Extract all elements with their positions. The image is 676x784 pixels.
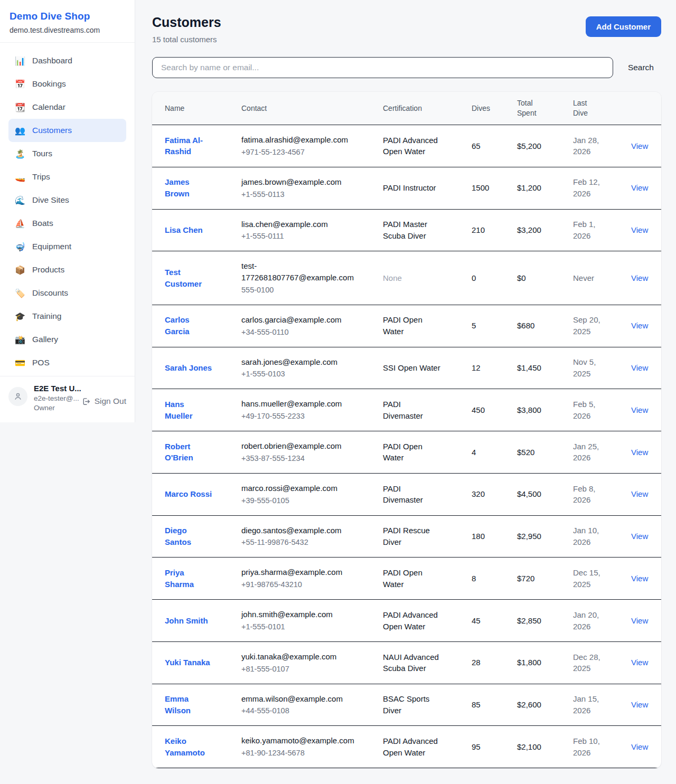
customer-name-link[interactable]: Emma Wilson — [165, 694, 191, 715]
dives-count: 180 — [472, 532, 485, 541]
last-dive-date: Jan 15, 2026 — [573, 694, 599, 715]
customer-name-link[interactable]: Fatima Al-Rashid — [165, 136, 203, 156]
total-spent: $3,200 — [517, 225, 541, 234]
certification: PADI Divemaster — [383, 484, 423, 505]
view-link[interactable]: View — [631, 574, 648, 583]
customer-email: marco.rossi@example.com — [241, 483, 364, 494]
dives-count: 45 — [472, 616, 481, 625]
customers-table-card: Name Contact Certification Dives Total S… — [152, 92, 661, 768]
customer-name-link[interactable]: Robert O'Brien — [165, 442, 193, 462]
customer-name-link[interactable]: James Brown — [165, 177, 190, 198]
sidebar-nav-item[interactable]: 💳 POS — [8, 351, 126, 374]
view-link[interactable]: View — [631, 448, 648, 457]
customer-email: priya.sharma@example.com — [241, 566, 364, 578]
customer-name-link[interactable]: Lisa Chen — [165, 225, 203, 234]
sidebar-nav-item[interactable]: 🏝️ Tours — [8, 142, 126, 165]
customer-phone: +39-555-0105 — [241, 495, 364, 506]
sidebar-nav-item[interactable]: 🤿 Equipment — [8, 235, 126, 258]
customer-name-link[interactable]: Sarah Jones — [165, 363, 212, 372]
sidebar-item-label: Discounts — [32, 288, 68, 298]
view-link[interactable]: View — [631, 489, 648, 498]
customer-name-link[interactable]: Priya Sharma — [165, 568, 194, 589]
certification: PADI Advanced Open Water — [383, 136, 438, 156]
last-dive-date: Feb 8, 2026 — [573, 484, 596, 505]
customer-phone: +44-555-0108 — [241, 705, 364, 716]
column-header-last-dive: Last Dive — [560, 92, 618, 125]
table-row: Lisa Chen lisa.chen@example.com +1-555-0… — [152, 209, 661, 251]
total-spent: $2,950 — [517, 532, 541, 541]
sidebar-nav-item[interactable]: 🎓 Training — [8, 305, 126, 328]
sidebar-nav-item[interactable]: 📅 Bookings — [8, 72, 126, 96]
sidebar-nav-item[interactable]: 📊 Dashboard — [8, 49, 126, 72]
customer-name-link[interactable]: Diego Santos — [165, 526, 191, 546]
customer-phone: +353-87-555-1234 — [241, 453, 364, 464]
sidebar-nav-item[interactable]: 🏷️ Discounts — [8, 281, 126, 305]
total-spent: $1,800 — [517, 658, 541, 667]
sidebar-nav-item[interactable]: 📆 Calendar — [8, 96, 126, 119]
view-link[interactable]: View — [631, 405, 648, 414]
table-row: Keiko Yamamoto keiko.yamamoto@example.co… — [152, 726, 661, 768]
last-dive-date: Nov 5, 2025 — [573, 357, 596, 378]
customer-name-link[interactable]: John Smith — [165, 616, 208, 625]
calendar-icon: 📆 — [15, 102, 25, 112]
customer-name-link[interactable]: Carlos Garcia — [165, 315, 190, 336]
logout-icon — [81, 397, 90, 406]
sidebar-nav-item[interactable]: 🚤 Trips — [8, 165, 126, 188]
table-row: Fatima Al-Rashid fatima.alrashid@example… — [152, 125, 661, 167]
gallery-camera-icon: 📸 — [15, 335, 25, 345]
avatar — [8, 387, 27, 406]
last-dive-date: Feb 10, 2026 — [573, 736, 600, 757]
dive-sites-wave-icon: 🌊 — [15, 195, 25, 205]
column-header-contact: Contact — [229, 92, 370, 125]
sidebar-nav-item[interactable]: ⛵ Boats — [8, 212, 126, 235]
view-link[interactable]: View — [631, 225, 648, 234]
dives-count: 320 — [472, 489, 485, 498]
view-link[interactable]: View — [631, 700, 648, 709]
total-spent: $2,600 — [517, 700, 541, 709]
table-row: Priya Sharma priya.sharma@example.com +9… — [152, 558, 661, 600]
view-link[interactable]: View — [631, 616, 648, 625]
view-link[interactable]: View — [631, 321, 648, 330]
certification: None — [383, 273, 402, 282]
dives-count: 450 — [472, 405, 485, 414]
customer-phone: +1-555-0111 — [241, 231, 364, 242]
certification: PADI Open Water — [383, 568, 422, 589]
view-link[interactable]: View — [631, 183, 648, 192]
sidebar-item-label: Tours — [32, 149, 52, 158]
search-button[interactable]: Search — [621, 59, 661, 77]
dives-count: 5 — [472, 321, 476, 330]
view-link[interactable]: View — [631, 742, 648, 751]
customer-email: robert.obrien@example.com — [241, 440, 364, 452]
customer-name-link[interactable]: Yuki Tanaka — [165, 658, 210, 667]
sidebar-nav-item[interactable]: 📦 Products — [8, 258, 126, 281]
customer-name-link[interactable]: Test Customer — [165, 268, 202, 288]
sidebar-nav-item[interactable]: 👥 Customers — [8, 119, 126, 142]
customers-people-icon: 👥 — [15, 126, 25, 136]
total-spent: $680 — [517, 321, 534, 330]
view-link[interactable]: View — [631, 363, 648, 372]
customer-email: test-1772681807767@example.com — [241, 260, 364, 284]
view-link[interactable]: View — [631, 141, 648, 150]
sidebar-nav: 📊 Dashboard 📅 Bookings 📆 Calendar 👥 Cust… — [0, 43, 135, 376]
sidebar-item-label: Products — [32, 265, 64, 275]
customer-name-link[interactable]: Hans Mueller — [165, 400, 193, 420]
last-dive-date: Jan 10, 2026 — [573, 526, 599, 546]
dives-count: 12 — [472, 363, 481, 372]
customer-phone: +55-11-99876-5432 — [241, 537, 364, 548]
view-link[interactable]: View — [631, 532, 648, 541]
sign-out-button[interactable]: Sign Out — [81, 396, 126, 406]
sidebar-nav-item[interactable]: 🌊 Dive Sites — [8, 188, 126, 212]
search-input[interactable] — [152, 57, 613, 78]
person-icon — [13, 392, 23, 401]
sidebar-item-label: Calendar — [32, 102, 65, 112]
view-link[interactable]: View — [631, 273, 648, 282]
dives-count: 8 — [472, 574, 476, 583]
sidebar-nav-item[interactable]: 📸 Gallery — [8, 328, 126, 351]
view-link[interactable]: View — [631, 658, 648, 667]
customer-name-link[interactable]: Marco Rossi — [165, 489, 212, 498]
dives-count: 0 — [472, 273, 476, 282]
add-customer-button[interactable]: Add Customer — [586, 16, 661, 37]
customer-name-link[interactable]: Keiko Yamamoto — [165, 736, 205, 757]
certification: PADI Advanced Open Water — [383, 736, 438, 757]
customer-phone: +1-555-0103 — [241, 369, 364, 380]
